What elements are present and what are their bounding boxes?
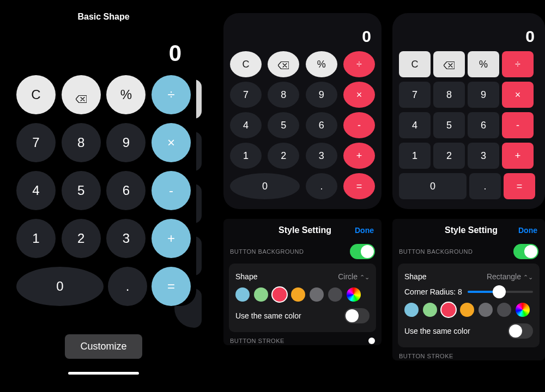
key-7[interactable]: 7 <box>399 82 431 108</box>
color-swatch[interactable] <box>516 303 530 317</box>
key-÷[interactable]: ÷ <box>343 51 375 77</box>
calculator-preview-2: 0 C%÷789×456-123+0.= <box>223 13 382 209</box>
key-%[interactable]: % <box>306 51 337 77</box>
color-swatch[interactable] <box>441 303 456 317</box>
key-.[interactable]: . <box>469 173 501 199</box>
color-swatch[interactable] <box>404 303 419 317</box>
color-swatch[interactable] <box>423 303 437 317</box>
color-swatch[interactable] <box>272 287 287 302</box>
key-5[interactable]: 5 <box>433 112 465 138</box>
chevron-updown-icon: ⌃⌄ <box>360 274 370 280</box>
key-backspace[interactable] <box>433 51 465 77</box>
key-0[interactable]: 0 <box>16 267 104 306</box>
key-=[interactable]: = <box>343 173 375 199</box>
key-=[interactable]: = <box>504 173 535 199</box>
key-%[interactable]: % <box>468 51 499 77</box>
key-backspace[interactable] <box>62 75 101 114</box>
calc2-display: 0 <box>223 13 382 51</box>
shape-row[interactable]: Shape Circle⌃⌄ <box>235 269 370 284</box>
key-9[interactable]: 9 <box>468 82 499 108</box>
key-8[interactable]: 8 <box>62 123 101 162</box>
key-C[interactable]: C <box>230 51 262 77</box>
done-button[interactable]: Done <box>518 226 537 235</box>
done-button[interactable]: Done <box>355 226 374 235</box>
key-÷[interactable]: ÷ <box>152 75 191 114</box>
key-8[interactable]: 8 <box>433 82 465 108</box>
key-0[interactable]: 0 <box>399 173 467 199</box>
key-1[interactable]: 1 <box>16 219 56 258</box>
key-3[interactable]: 3 <box>468 143 499 169</box>
key-5[interactable]: 5 <box>62 171 101 210</box>
key-C[interactable]: C <box>16 75 56 114</box>
color-swatch[interactable] <box>460 303 474 317</box>
calculator-preview-3: 0 C%÷789×456-123+0.= <box>392 13 545 209</box>
same-color-toggle[interactable] <box>508 323 533 339</box>
bg-toggle[interactable] <box>513 244 538 259</box>
section-label-stroke: BUTTON STROKE <box>230 338 284 344</box>
color-swatch[interactable] <box>254 287 268 302</box>
bg-toggle[interactable] <box>350 244 375 259</box>
color-swatch[interactable] <box>291 287 305 302</box>
stroke-indicator <box>368 338 375 344</box>
key--[interactable]: - <box>343 112 375 138</box>
corner-radius-slider[interactable]: Corner Radius: 8 <box>404 284 533 299</box>
key-7[interactable]: 7 <box>230 82 262 108</box>
section-label-bg: BUTTON BACKGROUND <box>230 248 304 255</box>
panel-title: Style Setting <box>255 225 355 235</box>
key-×[interactable]: × <box>152 123 191 162</box>
same-color-label: Use the same color <box>235 311 301 320</box>
shape-row[interactable]: Shape Rectangle⌃⌄ <box>404 269 533 284</box>
color-swatch[interactable] <box>347 287 361 302</box>
key-6[interactable]: 6 <box>106 171 146 210</box>
key-8[interactable]: 8 <box>268 82 299 108</box>
calc3-display: 0 <box>392 13 545 51</box>
key-5[interactable]: 5 <box>268 112 299 138</box>
key-C[interactable]: C <box>399 51 431 77</box>
color-swatch[interactable] <box>310 287 324 302</box>
key-4[interactable]: 4 <box>230 112 262 138</box>
section-label-stroke: BUTTON STROKE <box>399 353 453 359</box>
key-9[interactable]: 9 <box>106 123 146 162</box>
color-swatch[interactable] <box>328 287 342 302</box>
key-=[interactable]: = <box>152 267 191 306</box>
key-7[interactable]: 7 <box>16 123 56 162</box>
key-9[interactable]: 9 <box>306 82 337 108</box>
style-panel-3: Style Setting Done BUTTON BACKGROUND Sha… <box>392 219 545 360</box>
section-label-bg: BUTTON BACKGROUND <box>399 248 473 255</box>
key-3[interactable]: 3 <box>106 219 146 258</box>
key-1[interactable]: 1 <box>399 143 431 169</box>
backspace-icon <box>278 60 289 68</box>
key-×[interactable]: × <box>502 82 534 108</box>
color-swatch[interactable] <box>235 287 250 302</box>
key-6[interactable]: 6 <box>306 112 337 138</box>
customize-button[interactable]: Customize <box>65 334 142 359</box>
key-0[interactable]: 0 <box>230 173 300 199</box>
key-+[interactable]: + <box>152 219 191 258</box>
key-÷[interactable]: ÷ <box>502 51 534 77</box>
shape-label: Shape <box>235 272 257 281</box>
key-1[interactable]: 1 <box>230 143 262 169</box>
key-6[interactable]: 6 <box>468 112 499 138</box>
key--[interactable]: - <box>152 171 191 210</box>
key-.[interactable]: . <box>108 267 147 306</box>
key-%[interactable]: % <box>106 75 146 114</box>
key-4[interactable]: 4 <box>399 112 431 138</box>
key-.[interactable]: . <box>306 173 337 199</box>
key--[interactable]: - <box>502 112 534 138</box>
backspace-icon <box>76 91 87 99</box>
color-swatch[interactable] <box>479 303 493 317</box>
key-+[interactable]: + <box>502 143 534 169</box>
key-×[interactable]: × <box>343 82 375 108</box>
color-swatch[interactable] <box>497 303 511 317</box>
key-4[interactable]: 4 <box>16 171 56 210</box>
style-panel-2: Style Setting Done BUTTON BACKGROUND Sha… <box>223 219 382 345</box>
same-color-toggle[interactable] <box>344 308 370 323</box>
key-3[interactable]: 3 <box>306 143 337 169</box>
key-2[interactable]: 2 <box>62 219 101 258</box>
key-2[interactable]: 2 <box>433 143 465 169</box>
home-indicator <box>68 372 139 375</box>
key-backspace[interactable] <box>268 51 299 77</box>
key-2[interactable]: 2 <box>268 143 299 169</box>
calc1-display: 0 <box>11 25 196 75</box>
key-+[interactable]: + <box>343 143 375 169</box>
